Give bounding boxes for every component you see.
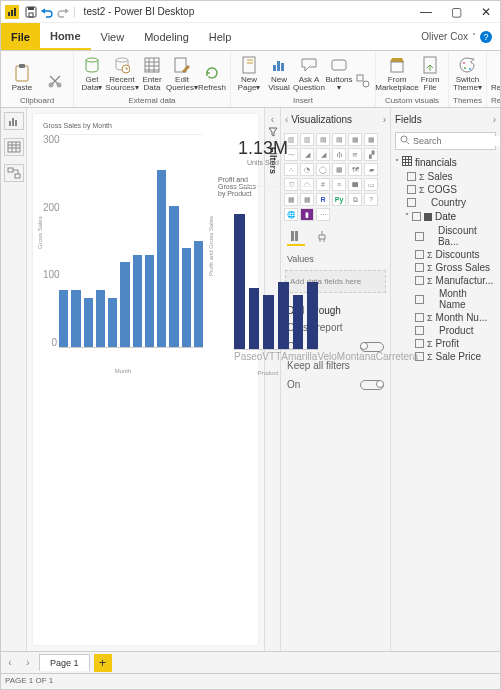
undo-icon[interactable]: [39, 4, 55, 20]
map-icon[interactable]: 🗺: [348, 163, 362, 176]
field-row[interactable]: Month Name: [395, 287, 496, 311]
field-checkbox[interactable]: [415, 295, 424, 304]
view-tab[interactable]: View: [91, 23, 135, 50]
r-visual-icon[interactable]: R: [316, 193, 330, 206]
field-checkbox[interactable]: [407, 185, 416, 194]
new-page-button[interactable]: New Page▾: [235, 53, 263, 94]
save-icon[interactable]: [23, 4, 39, 20]
keep-filters-toggle[interactable]: [360, 380, 384, 390]
ribbon-group-clipboard: Paste Clipboard: [1, 51, 74, 107]
fields-search[interactable]: [395, 132, 496, 150]
qna-visual-icon[interactable]: ?: [364, 193, 378, 206]
100-bar-icon[interactable]: ▦: [348, 133, 362, 146]
stacked-area-icon[interactable]: ◢: [316, 148, 330, 161]
field-row[interactable]: ΣSales: [395, 170, 496, 183]
filled-map-icon[interactable]: ▰: [364, 163, 378, 176]
bar: [96, 290, 105, 347]
bar-chart-product[interactable]: Profit and Gross Sales Product PaseoVTTA…: [218, 186, 318, 366]
page-prev[interactable]: ‹: [1, 657, 19, 668]
edit-queries-button[interactable]: Edit Queries▾: [168, 53, 196, 94]
buttons-button[interactable]: Buttons ▾: [325, 53, 353, 94]
paste-button[interactable]: Paste: [5, 61, 39, 94]
field-checkbox[interactable]: [415, 250, 424, 259]
field-row[interactable]: ΣMonth Nu...: [395, 311, 496, 324]
model-view-button[interactable]: [4, 164, 24, 182]
line-column-icon[interactable]: ⫛: [332, 148, 346, 161]
maximize-button[interactable]: ▢: [446, 5, 466, 19]
file-tab[interactable]: File: [1, 23, 40, 50]
field-row[interactable]: ΣCOGS: [395, 183, 496, 196]
field-checkbox[interactable]: [415, 232, 424, 241]
bar-chart-gross-sales[interactable]: 3002001000 Gross Sales Month: [43, 134, 203, 364]
modeling-tab[interactable]: Modeling: [134, 23, 199, 50]
field-checkbox[interactable]: [415, 313, 424, 322]
close-button[interactable]: ✕: [476, 5, 496, 19]
cross-report-toggle[interactable]: [360, 342, 384, 352]
python-visual-icon[interactable]: Py: [332, 193, 346, 206]
data-view-button[interactable]: [4, 138, 24, 156]
minimize-button[interactable]: —: [416, 5, 436, 19]
signed-in-user[interactable]: Oliver Cox ˅ ?: [413, 23, 500, 50]
cut-button[interactable]: [41, 69, 69, 94]
field-row[interactable]: ΣGross Sales: [395, 261, 496, 274]
chevron-right-icon[interactable]: ›: [493, 114, 496, 125]
field-row[interactable]: ΣDiscounts: [395, 248, 496, 261]
page-tab[interactable]: Page 1: [39, 654, 90, 671]
field-row[interactable]: Discount Ba...: [395, 224, 496, 248]
help-tab[interactable]: Help: [199, 23, 242, 50]
field-checkbox[interactable]: [407, 172, 416, 181]
switch-theme-button[interactable]: Switch Theme▾: [453, 53, 481, 94]
kpi-viz-icon[interactable]: ⯀: [348, 178, 362, 191]
field-checkbox[interactable]: [415, 326, 424, 335]
field-checkbox[interactable]: [415, 339, 424, 348]
table-node[interactable]: ˅financials: [395, 154, 496, 170]
on-label: On: [287, 379, 300, 390]
ask-question-button[interactable]: Ask A Question: [295, 53, 323, 94]
report-view-button[interactable]: [4, 112, 24, 130]
field-checkbox[interactable]: [407, 198, 416, 207]
from-marketplace-button[interactable]: From Marketplace: [380, 53, 414, 94]
chevron-left-icon[interactable]: ‹: [285, 114, 288, 125]
add-page-button[interactable]: +: [94, 654, 112, 672]
ribbon-chart-icon[interactable]: ≋: [348, 148, 362, 161]
new-visual-button[interactable]: New Visual: [265, 53, 293, 94]
field-checkbox[interactable]: [415, 276, 424, 285]
clustered-column-icon[interactable]: ▤: [332, 133, 346, 146]
field-row[interactable]: Country: [395, 196, 496, 209]
100-column-icon[interactable]: ▦: [364, 133, 378, 146]
help-icon[interactable]: ?: [480, 31, 492, 43]
key-influencers-icon[interactable]: ⧉: [348, 193, 362, 206]
search-input[interactable]: [413, 136, 500, 146]
from-file-button[interactable]: From File: [416, 53, 444, 94]
home-tab[interactable]: Home: [40, 23, 91, 50]
treemap-icon[interactable]: ▦: [332, 163, 346, 176]
svg-rect-33: [9, 121, 11, 126]
field-checkbox[interactable]: [415, 263, 424, 272]
refresh-button[interactable]: Refresh: [198, 61, 226, 94]
enter-data-button[interactable]: Enter Data: [138, 53, 166, 94]
view-rail: [1, 108, 27, 651]
more-insert-button[interactable]: [355, 69, 371, 94]
field-row[interactable]: ΣProfit: [395, 337, 496, 350]
slicer-icon[interactable]: ▭: [364, 178, 378, 191]
get-data-button[interactable]: Get Data▾: [78, 53, 106, 94]
waterfall-icon[interactable]: ▞: [364, 148, 378, 161]
more-visuals-icon[interactable]: ⋯: [316, 208, 330, 221]
redo-icon[interactable]: [55, 4, 71, 20]
recent-sources-button[interactable]: Recent Sources▾: [108, 53, 136, 94]
multirow-card-icon[interactable]: ≡: [332, 178, 346, 191]
field-name: Discount Ba...: [438, 225, 496, 247]
clustered-bar-icon[interactable]: ▤: [316, 133, 330, 146]
page-next[interactable]: ›: [19, 657, 37, 668]
date-hierarchy-node[interactable]: ˅Date: [395, 209, 496, 224]
field-row[interactable]: ΣManufactur...: [395, 274, 496, 287]
chevron-right-icon[interactable]: ›: [383, 114, 386, 125]
report-canvas[interactable]: Gross Sales by Month 3002001000 Gross Sa…: [27, 108, 264, 651]
donut-chart-icon[interactable]: ◯: [316, 163, 330, 176]
card-icon[interactable]: #: [316, 178, 330, 191]
field-name: Month Nu...: [436, 312, 488, 323]
field-checkbox[interactable]: [412, 212, 421, 221]
field-row[interactable]: Product: [395, 324, 496, 337]
svg-rect-38: [15, 174, 20, 178]
kpi-card[interactable]: 1.13M Units Sold: [223, 138, 303, 166]
